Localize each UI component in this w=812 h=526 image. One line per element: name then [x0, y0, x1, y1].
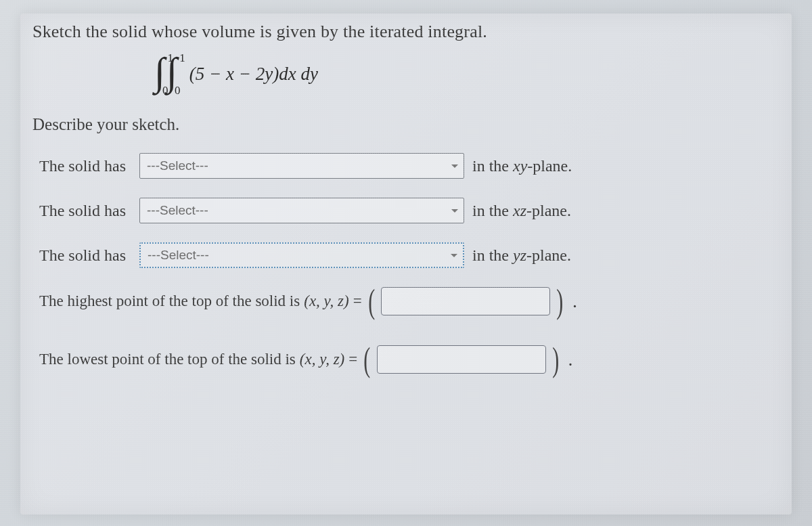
inner-lower-bound: 0: [175, 84, 181, 97]
row-prefix: The solid has: [39, 202, 126, 220]
integrand-text: (5 − x − 2y)dx dy: [189, 64, 318, 85]
chevron-down-icon: [451, 165, 458, 168]
row-suffix: in the yz-plane.: [472, 246, 571, 265]
select-placeholder: ---Select---: [148, 248, 209, 263]
select-xy-plane[interactable]: ---Select---: [139, 153, 464, 179]
highest-point-row: The highest point of the top of the soli…: [32, 287, 780, 315]
inner-upper-bound: 1: [179, 51, 185, 65]
plane-row-xy: The solid has ---Select--- in the xy-pla…: [32, 153, 780, 179]
row-prefix: The solid has: [39, 246, 126, 265]
lowest-point-input[interactable]: [377, 345, 546, 374]
integral-symbols: 1 ∫ 0 1 ∫ 0: [154, 58, 179, 89]
integral-expression: 1 ∫ 0 1 ∫ 0 (5 − x − 2y)dx dy: [154, 58, 780, 89]
outer-integral: 1 ∫ 0: [154, 58, 165, 89]
plane-row-yz: The solid has ---Select--- in the yz-pla…: [32, 242, 780, 268]
select-xz-plane[interactable]: ---Select---: [139, 198, 464, 223]
xyz-tuple: (x, y, z): [304, 292, 348, 310]
lowest-point-row: The lowest point of the top of the solid…: [32, 345, 780, 374]
highest-point-label: The highest point of the top of the soli…: [39, 292, 300, 310]
equals-sign: =: [348, 351, 357, 368]
row-prefix: The solid has: [39, 157, 126, 175]
select-placeholder: ---Select---: [147, 203, 208, 218]
select-placeholder: ---Select---: [147, 158, 208, 173]
row-suffix: in the xz-plane.: [472, 202, 571, 220]
question-prompt: Sketch the solid whose volume is given b…: [32, 22, 780, 42]
describe-heading: Describe your sketch.: [32, 115, 780, 134]
chevron-down-icon: [451, 209, 458, 213]
row-suffix: in the xy-plane.: [472, 157, 572, 175]
equals-sign: =: [353, 292, 362, 310]
select-yz-plane[interactable]: ---Select---: [139, 242, 464, 268]
period: .: [568, 349, 573, 370]
lowest-point-label: The lowest point of the top of the solid…: [39, 351, 296, 368]
plane-row-xz: The solid has ---Select--- in the xz-pla…: [32, 198, 780, 223]
inner-integral: 1 ∫ 0: [166, 58, 177, 89]
xyz-tuple: (x, y, z): [300, 351, 344, 368]
period: .: [572, 290, 577, 312]
chevron-down-icon: [451, 254, 457, 257]
highest-point-input[interactable]: [381, 287, 550, 315]
